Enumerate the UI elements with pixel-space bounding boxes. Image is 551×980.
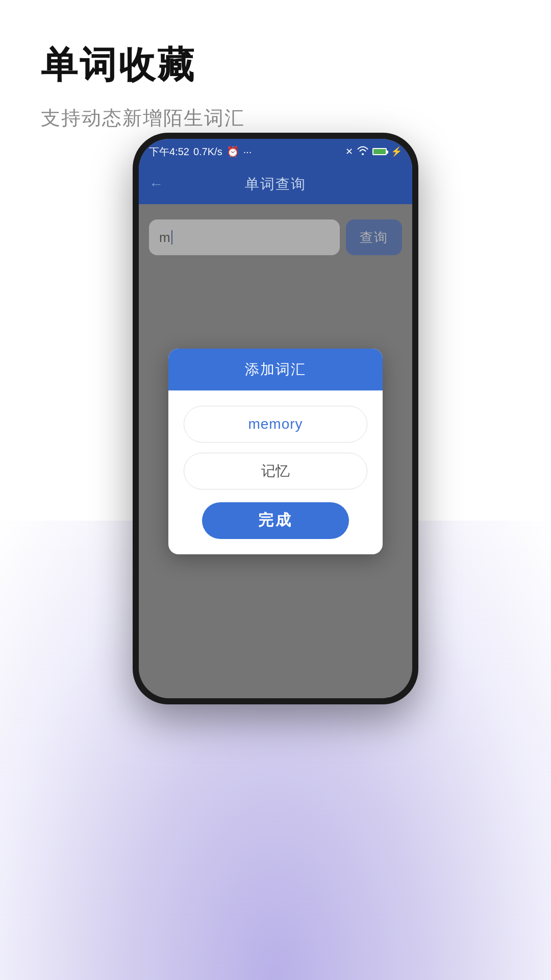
top-bar: ← 单词查询 bbox=[139, 164, 412, 204]
more-icon: ··· bbox=[243, 146, 252, 158]
back-button[interactable]: ← bbox=[149, 176, 163, 192]
close-icon: ✕ bbox=[345, 146, 353, 157]
page-subtitle: 支持动态新增陌生词汇 bbox=[41, 105, 510, 131]
battery-icon bbox=[372, 148, 387, 155]
status-network: 0.7K/s bbox=[193, 146, 222, 158]
wifi-icon bbox=[357, 146, 368, 158]
word-value: memory bbox=[248, 416, 303, 432]
dialog-overlay: 添加词汇 memory 记忆 完成 bbox=[139, 204, 412, 698]
confirm-button[interactable]: 完成 bbox=[202, 502, 349, 539]
word-field[interactable]: memory bbox=[184, 406, 367, 443]
battery-fill bbox=[373, 149, 386, 154]
top-bar-title: 单词查询 bbox=[245, 175, 306, 194]
page-header: 单词收藏 支持动态新增陌生词汇 bbox=[0, 0, 551, 141]
charge-icon: ⚡ bbox=[391, 146, 402, 157]
phone-screen: 下午4:52 0.7K/s ⏰ ··· ✕ bbox=[139, 139, 412, 698]
dialog-body: memory 记忆 完成 bbox=[168, 390, 383, 554]
status-time: 下午4:52 bbox=[149, 145, 189, 159]
phone-frame: 下午4:52 0.7K/s ⏰ ··· ✕ bbox=[133, 133, 418, 704]
dialog-title: 添加词汇 bbox=[245, 361, 306, 377]
status-left: 下午4:52 0.7K/s ⏰ ··· bbox=[149, 145, 252, 159]
translation-value: 记忆 bbox=[261, 461, 290, 481]
phone-wrapper: 下午4:52 0.7K/s ⏰ ··· ✕ bbox=[133, 133, 418, 704]
page-title: 单词收藏 bbox=[41, 41, 510, 90]
status-bar: 下午4:52 0.7K/s ⏰ ··· ✕ bbox=[139, 139, 412, 164]
alarm-icon: ⏰ bbox=[227, 145, 239, 158]
status-right: ✕ ⚡ bbox=[345, 146, 402, 158]
dialog-box: 添加词汇 memory 记忆 完成 bbox=[168, 349, 383, 554]
translation-field[interactable]: 记忆 bbox=[184, 453, 367, 489]
dialog-title-bar: 添加词汇 bbox=[168, 349, 383, 390]
